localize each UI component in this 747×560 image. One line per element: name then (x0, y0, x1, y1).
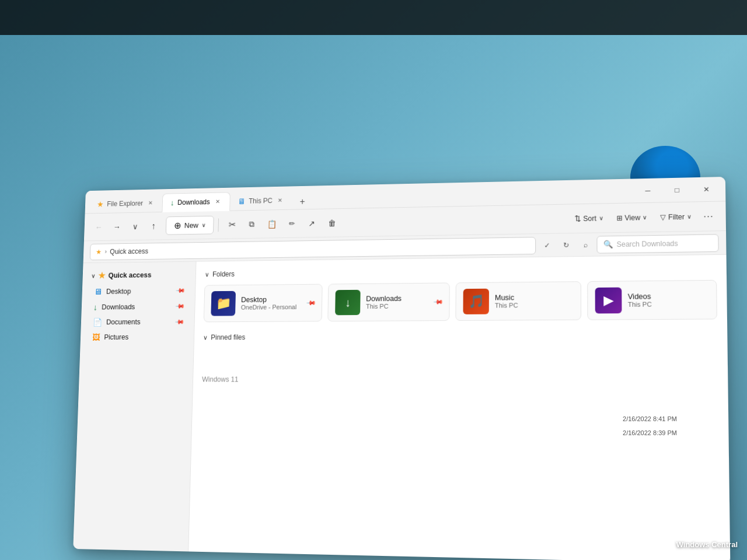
pinned-files-section: ∨ Pinned files (203, 331, 717, 341)
new-icon: ⊕ (174, 220, 181, 231)
sidebar-item-pictures[interactable]: 🖼 Pictures (83, 330, 191, 345)
folders-grid: 📁 Desktop OneDrive - Personal 📌 ↓ Downlo… (204, 280, 717, 323)
documents-pin-icon: 📌 (174, 316, 185, 327)
desktop-pin-icon: 📌 (175, 285, 186, 296)
rename-button[interactable]: ✏ (282, 215, 301, 233)
folder-name-music: Music (495, 293, 574, 302)
address-bar[interactable]: ★ › Quick access (90, 237, 536, 260)
tab-close-this-pc[interactable]: ✕ (275, 195, 285, 205)
maximize-button[interactable]: □ (663, 181, 691, 199)
folder-item-downloads[interactable]: ↓ Downloads This PC 📌 (327, 282, 450, 321)
filter-button[interactable]: ▽ Filter ∨ (654, 209, 697, 224)
tab-this-pc-label: This PC (249, 197, 273, 205)
paste-button[interactable]: 📋 (263, 215, 281, 233)
refresh-button[interactable]: ↻ (558, 237, 574, 253)
sidebar: ∨ ★ Quick access 🖥 Desktop 📌 ↓ Downloads… (73, 262, 196, 552)
new-tab-button[interactable]: + (294, 194, 310, 209)
minimize-button[interactable]: ─ (634, 181, 662, 200)
new-button[interactable]: ⊕ New ∨ (166, 216, 214, 235)
folder-music-glyph: 🎵 (468, 294, 484, 309)
pictures-sidebar-icon: 🖼 (92, 333, 100, 342)
up-button[interactable]: ↑ (145, 218, 162, 235)
windows-central-badge: Windows Central (660, 538, 738, 551)
folder-name-videos: Videos (628, 292, 709, 300)
folder-info-desktop: Desktop OneDrive - Personal (241, 296, 302, 311)
sidebar-section-quick-access[interactable]: ∨ ★ Quick access (86, 267, 193, 284)
forward-button[interactable]: → (109, 218, 125, 235)
timestamp-1: 2/16/2022 8:41 PM (623, 415, 677, 422)
filter-icon: ▽ (660, 213, 666, 221)
sidebar-item-desktop[interactable]: 🖥 Desktop 📌 (85, 283, 192, 299)
folders-label: Folders (212, 270, 235, 278)
cut-button[interactable]: ✂ (223, 215, 241, 233)
folder-info-videos: Videos This PC (628, 292, 709, 308)
search-placeholder: Search Downloads (617, 239, 678, 249)
address-search-icon[interactable]: ⌕ (578, 237, 594, 252)
windows11-label: Windows 11 (202, 376, 718, 384)
copy-button[interactable]: ⧉ (243, 215, 261, 233)
folder-name-downloads: Downloads (366, 295, 428, 303)
search-icon: 🔍 (603, 240, 613, 249)
timestamps-panel: 2/16/2022 8:41 PM 2/16/2022 8:39 PM (623, 415, 677, 443)
folder-location-downloads: This PC (366, 302, 428, 310)
folder-location-videos: This PC (628, 300, 709, 308)
tab-downloads-label: Downloads (177, 198, 210, 206)
main-content: ∨ Folders 📁 Desktop OneDrive - Personal … (189, 255, 730, 560)
toolbar-separator-1 (218, 218, 219, 232)
folders-section: ∨ Folders (205, 264, 717, 278)
toolbar-right: ⇅ Sort ∨ ⊞ View ∨ ▽ Filter ∨ ··· (568, 206, 719, 228)
sidebar-item-downloads[interactable]: ↓ Downloads 📌 (85, 299, 191, 314)
taskbar (0, 0, 747, 35)
tab-downloads[interactable]: ↓ Downloads ✕ (162, 192, 231, 212)
quick-access-chevron-icon: ∨ (91, 272, 95, 278)
new-chevron-icon: ∨ (202, 222, 206, 229)
sort-chevron-icon: ∨ (599, 215, 603, 221)
filter-label: Filter (668, 212, 685, 221)
close-button[interactable]: ✕ (692, 180, 721, 198)
sort-label: Sort (583, 214, 596, 222)
tab-this-pc[interactable]: 🖥 This PC ✕ (230, 191, 292, 211)
pinned-files-chevron-icon: ∨ (203, 334, 208, 341)
delete-button[interactable]: 🗑 (323, 214, 341, 232)
sidebar-item-documents[interactable]: 📄 Documents 📌 (84, 314, 191, 330)
search-box[interactable]: 🔍 Search Downloads (596, 234, 718, 253)
address-star-icon: ★ (96, 248, 102, 256)
tab-close-downloads[interactable]: ✕ (213, 197, 222, 206)
folder-item-desktop[interactable]: 📁 Desktop OneDrive - Personal 📌 (204, 284, 323, 323)
documents-sidebar-icon: 📄 (93, 318, 102, 327)
sort-button[interactable]: ⇅ Sort ∨ (568, 211, 609, 226)
tab-close-file-explorer[interactable]: ✕ (146, 198, 155, 207)
content-area: ∨ ★ Quick access 🖥 Desktop 📌 ↓ Downloads… (73, 255, 730, 560)
quick-access-star-icon: ★ (98, 271, 105, 281)
view-icon: ⊞ (616, 214, 622, 222)
sidebar-downloads-label: Downloads (102, 303, 135, 311)
folder-pin-downloads: 📌 (432, 296, 444, 307)
tab-file-explorer[interactable]: ★ File Explorer ✕ (89, 193, 163, 214)
folder-icon-downloads: ↓ (335, 290, 361, 316)
folder-videos-glyph: ▶ (603, 293, 614, 308)
address-checkmark-icon[interactable]: ✓ (539, 237, 554, 253)
timestamp-item-1: 2/16/2022 8:41 PM (623, 415, 677, 422)
tab-file-explorer-label: File Explorer (107, 199, 143, 207)
recent-button[interactable]: ∨ (127, 218, 143, 235)
folder-location-music: This PC (495, 302, 574, 309)
share-button[interactable]: ↗ (303, 214, 321, 232)
new-label: New (184, 221, 199, 230)
folder-location-desktop: OneDrive - Personal (241, 303, 302, 310)
view-button[interactable]: ⊞ View ∨ (610, 210, 654, 225)
folder-item-videos[interactable]: ▶ Videos This PC (587, 280, 717, 320)
sidebar-desktop-label: Desktop (106, 287, 131, 295)
more-button[interactable]: ··· (699, 206, 718, 226)
filter-chevron-icon: ∨ (687, 214, 691, 220)
sidebar-pictures-label: Pictures (104, 333, 128, 341)
back-button[interactable]: ← (90, 219, 107, 236)
explorer-window: ★ File Explorer ✕ ↓ Downloads ✕ 🖥 This P… (73, 177, 730, 560)
folder-name-desktop: Desktop (241, 296, 302, 304)
folder-item-music[interactable]: 🎵 Music This PC (455, 281, 581, 321)
windows-central-logo (660, 538, 673, 551)
folders-chevron-icon: ∨ (205, 271, 210, 278)
folder-downloads-glyph: ↓ (345, 296, 351, 309)
folder-icon-music: 🎵 (463, 289, 489, 314)
timestamp-2: 2/16/2022 8:39 PM (623, 429, 677, 436)
sidebar-documents-label: Documents (106, 318, 141, 326)
